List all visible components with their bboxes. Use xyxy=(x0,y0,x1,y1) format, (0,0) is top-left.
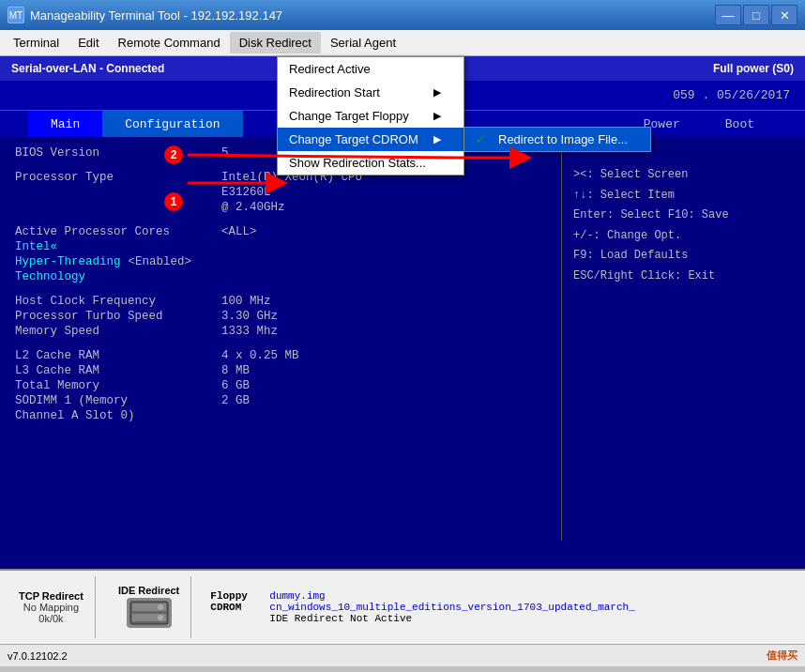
title-bar: MT Manageability Terminal Tool - 192.192… xyxy=(0,0,805,30)
bios-row-sodimm: SODIMM 1 (Memory 2 GB xyxy=(15,394,546,407)
bios-label-blank2 xyxy=(15,201,221,214)
bios-sidebar: ><: Select Screen ↑↓: Select Item Enter:… xyxy=(561,137,805,541)
bios-row-totalmem: Total Memory 6 GB xyxy=(15,379,546,392)
help-line-5: F9: Load Defaults xyxy=(573,246,794,267)
bios-row-hyperthreading: Hyper-Threading <Enabled> xyxy=(15,255,546,268)
menu-remote-command[interactable]: Remote Command xyxy=(109,32,230,53)
ide-label: IDE Redirect xyxy=(118,585,179,596)
bios-label-channel: Channel A Slot 0) xyxy=(15,409,221,422)
app-icon: MT xyxy=(8,7,24,23)
bios-label-memspeed: Memory Speed xyxy=(15,325,221,338)
redirect-active-item[interactable]: Redirect Active xyxy=(278,57,463,81)
bios-tab-boot[interactable]: Boot xyxy=(703,111,777,137)
ide-redirect-section: IDE Redirect xyxy=(107,576,191,638)
submenu-arrow-3: ▶ xyxy=(433,133,441,145)
tcp-redirect-section: TCP Redirect No Mapping 0k/0k xyxy=(8,576,96,638)
disk-redirect-dropdown: Redirect Active Redirection Start ▶ Chan… xyxy=(277,56,464,176)
bios-value-processor3: @ 2.40GHz xyxy=(221,201,285,214)
bios-label-blank1 xyxy=(15,186,221,199)
svg-point-3 xyxy=(158,604,163,610)
menu-serial-agent[interactable]: Serial Agent xyxy=(321,32,405,53)
submenu-arrow-2: ▶ xyxy=(433,110,441,122)
bios-row-cores: Active Processor Cores <ALL> xyxy=(15,225,546,238)
bios-value-hyperthreading: <Enabled> xyxy=(129,255,192,268)
help-line-4: +/-: Change Opt. xyxy=(573,226,794,247)
floppy-value: dummy.img xyxy=(269,590,325,602)
cdrom-key: CDROM xyxy=(210,602,262,613)
bios-tab-configuration[interactable]: Configuration xyxy=(102,111,242,137)
floppy-key: Floppy xyxy=(210,590,262,602)
minimize-button[interactable]: — xyxy=(715,5,741,25)
menu-disk-redirect[interactable]: Disk Redirect xyxy=(230,32,321,53)
bios-row-processor3: @ 2.40GHz xyxy=(15,201,546,214)
tcp-label: TCP Redirect xyxy=(19,590,84,602)
bios-value-l3: 8 MB xyxy=(221,364,250,377)
bios-label-sodimm: SODIMM 1 (Memory xyxy=(15,394,221,407)
bios-row-memspeed: Memory Speed 1333 Mhz xyxy=(15,325,546,338)
bios-row-processor2: E31260L xyxy=(15,186,546,199)
bios-value-sodimm: 2 GB xyxy=(221,394,250,407)
bios-row-l2: L2 Cache RAM 4 x 0.25 MB xyxy=(15,349,546,362)
menu-terminal[interactable]: Terminal xyxy=(4,32,68,53)
bios-row-l3: L3 Cache RAM 8 MB xyxy=(15,364,546,377)
ide-status-row: IDE Redirect Not Active xyxy=(210,613,634,624)
submenu-arrow: ▶ xyxy=(433,86,441,99)
bios-main-panel: BIOS Version 5 Processor Type Intel(R) X… xyxy=(0,137,561,541)
bios-value-version: 5 xyxy=(221,146,229,160)
connection-status: Serial-over-LAN - Connected xyxy=(11,62,164,75)
bios-label-l2: L2 Cache RAM xyxy=(15,349,221,362)
bios-label-cores: Active Processor Cores xyxy=(15,225,221,238)
help-line-1: ><: Select Screen xyxy=(573,165,794,186)
close-button[interactable]: ✕ xyxy=(771,5,797,25)
checkmark-icon: ✓ xyxy=(476,132,486,146)
bios-value-turbo: 3.30 GHz xyxy=(221,310,278,323)
help-line-6: ESC/Right Click: Exit xyxy=(573,267,794,287)
disk-svg xyxy=(129,600,170,626)
disk-info-section: Floppy dummy.img CDROM cn_windows_10_mul… xyxy=(203,576,642,638)
bios-row-clock: Host Clock Frequency 100 MHz xyxy=(15,295,546,308)
bios-hyperthreading-label: Hyper-Threading xyxy=(15,255,121,268)
bios-label-version: BIOS Version xyxy=(15,146,221,160)
status-bar-bottom: TCP Redirect No Mapping 0k/0k IDE Redire… xyxy=(0,569,805,644)
bios-technology-label: Technology xyxy=(15,270,85,283)
bios-row-turbo: Processor Turbo Speed 3.30 GHz xyxy=(15,310,546,323)
help-line-2: ↑↓: Select Item xyxy=(573,186,794,206)
bios-date: 059 . 05/26/2017 xyxy=(673,88,805,102)
bios-value-l2: 4 x 0.25 MB xyxy=(221,349,299,362)
cdrom-submenu: ✓ Redirect to Image File... xyxy=(463,127,651,152)
power-status: Full power (S0) xyxy=(713,62,794,75)
menu-bar: Terminal Edit Remote Command Disk Redire… xyxy=(0,30,805,56)
bios-help-text: ><: Select Screen ↑↓: Select Item Enter:… xyxy=(573,165,794,287)
bios-label-clock: Host Clock Frequency xyxy=(15,295,221,308)
maximize-button[interactable]: □ xyxy=(743,5,769,25)
tcp-value1: No Mapping xyxy=(23,602,79,613)
bios-content-area: BIOS Version 5 Processor Type Intel(R) X… xyxy=(0,137,805,541)
ide-disk-icon xyxy=(127,598,172,628)
bios-label-turbo: Processor Turbo Speed xyxy=(15,310,221,323)
floppy-row: Floppy dummy.img xyxy=(210,590,634,602)
redirect-to-image-file-item[interactable]: ✓ Redirect to Image File... xyxy=(464,128,650,151)
redirection-start-item[interactable]: Redirection Start ▶ xyxy=(278,81,463,104)
watermark-text: 值得买 xyxy=(767,649,797,663)
show-redirection-stats-item[interactable]: Show Redirection Stats... xyxy=(278,151,463,175)
window-title: Manageability Terminal Tool - 192.192.19… xyxy=(30,8,282,23)
bios-tab-main[interactable]: Main xyxy=(28,111,102,137)
change-target-floppy-item[interactable]: Change Target Floppy ▶ xyxy=(278,104,463,128)
svg-point-4 xyxy=(158,615,163,620)
help-line-3: Enter: Select F10: Save xyxy=(573,206,794,226)
change-target-cdrom-item[interactable]: Change Target CDROM ▶ ✓ Redirect to Imag… xyxy=(278,128,463,151)
bios-label-l3: L3 Cache RAM xyxy=(15,364,221,377)
bios-intel-label: Intel« xyxy=(15,240,57,253)
bios-value-processor2: E31260L xyxy=(221,186,271,199)
bios-value-memspeed: 1333 Mhz xyxy=(221,325,278,338)
version-bar: v7.0.12102.2 值得买 xyxy=(0,644,805,666)
version-text: v7.0.12102.2 xyxy=(8,650,68,662)
bios-label-totalmem: Total Memory xyxy=(15,379,221,392)
bios-row-channel: Channel A Slot 0) xyxy=(15,409,546,422)
menu-edit[interactable]: Edit xyxy=(68,32,108,53)
cdrom-value: cn_windows_10_multiple_editions_version_… xyxy=(269,602,634,613)
window-controls: — □ ✕ xyxy=(715,5,797,25)
bios-value-clock: 100 MHz xyxy=(221,295,271,308)
bios-row-intel: Intel« xyxy=(15,240,546,253)
bios-label-processor: Processor Type xyxy=(15,171,221,184)
